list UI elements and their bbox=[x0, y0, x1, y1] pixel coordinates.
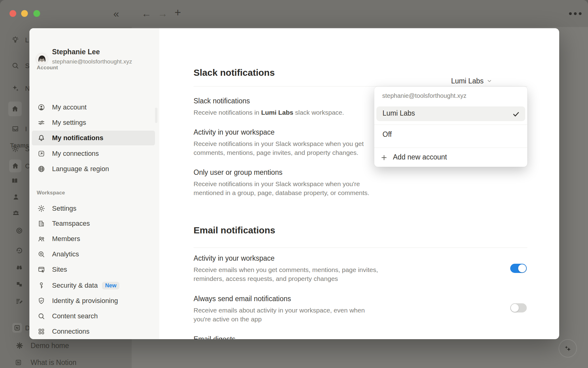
always-send-desc: Receive emails about activity in your wo… bbox=[194, 306, 365, 324]
sidebar-item-my-connections[interactable]: My connections bbox=[32, 146, 155, 161]
atom-flower-icon bbox=[16, 342, 24, 350]
select-value: Lumi Labs bbox=[451, 77, 484, 85]
option-label: Lumi Labs bbox=[383, 109, 415, 117]
chevron-down-icon bbox=[486, 78, 492, 84]
sidebar-scrollbar-thumb[interactable] bbox=[155, 108, 157, 123]
sidebar-item-analytics[interactable]: Analytics bbox=[32, 247, 155, 262]
sidebar-item-demo-home[interactable]: Demo home bbox=[31, 342, 69, 350]
desc-line: Receive notifications in your Slack work… bbox=[194, 139, 364, 148]
workspace-name: Lumi Labs bbox=[261, 109, 293, 116]
activity-workspace-desc: Receive notifications in your Slack work… bbox=[194, 139, 364, 157]
members-icon bbox=[37, 235, 45, 243]
sidebar-item-connections[interactable]: Connections bbox=[32, 324, 155, 339]
group-mentions-desc: Receive notifications in your Slack work… bbox=[194, 179, 369, 197]
sidebar-item-label: Sites bbox=[52, 266, 67, 274]
person-circle-icon bbox=[37, 103, 45, 111]
search-icon bbox=[11, 62, 19, 70]
history-icon bbox=[15, 247, 23, 255]
bell-icon bbox=[37, 134, 45, 142]
workspace-section-label: Workspace bbox=[37, 190, 65, 196]
email-activity-desc: Receive emails when you get comments, me… bbox=[194, 265, 378, 283]
sidebar-item-what-is-notion[interactable]: What is Notion bbox=[31, 358, 77, 367]
dropdown-option-off[interactable]: Off bbox=[383, 130, 392, 139]
sidebar-item-my-account[interactable]: My account bbox=[32, 100, 155, 115]
sidebar-item-identity-provisioning[interactable]: Identity & provisioning bbox=[32, 293, 155, 308]
teamspace-home-icon bbox=[11, 162, 19, 170]
browser-cursor-icon bbox=[37, 266, 45, 274]
sidebar-item-teamspaces[interactable]: Teamspaces bbox=[32, 216, 155, 231]
notion-ai-sparkles-icon bbox=[11, 84, 19, 92]
forward-icon[interactable]: → bbox=[158, 7, 168, 20]
desc-line: you're active on the app bbox=[194, 315, 365, 324]
always-send-toggle[interactable] bbox=[510, 303, 527, 312]
compose-icon bbox=[15, 297, 23, 305]
check-icon bbox=[512, 110, 520, 118]
desc-text: Receive notifications in bbox=[194, 109, 261, 116]
people-icon bbox=[12, 209, 20, 217]
desc-line: reminders, access requests, and property… bbox=[194, 274, 378, 283]
sidebar-item-settings[interactable]: Settings bbox=[32, 201, 155, 216]
rail-label-fragment: I bbox=[25, 125, 27, 133]
dropdown-divider bbox=[374, 148, 527, 148]
sidebar-item-label: Security & data bbox=[52, 282, 98, 289]
slack-workspace-select[interactable]: Lumi Labs bbox=[451, 76, 492, 86]
group-mentions-title: Only user or group mentions bbox=[194, 168, 282, 177]
more-menu-icon[interactable] bbox=[567, 11, 582, 16]
user-name: Stephanie Lee bbox=[52, 48, 100, 56]
avatar bbox=[36, 53, 48, 65]
sidebar-item-label: Settings bbox=[52, 205, 77, 213]
inbox-icon bbox=[11, 125, 19, 133]
sidebar-item-label: Content search bbox=[52, 312, 98, 320]
sidebar-item-label: Identity & provisioning bbox=[52, 297, 118, 305]
globe-icon bbox=[37, 165, 45, 173]
sidebar-item-sites[interactable]: Sites bbox=[32, 262, 155, 277]
notion-logo-icon bbox=[13, 324, 21, 332]
ai-sparkles-icon bbox=[563, 344, 572, 353]
email-notifications-heading: Email notifications bbox=[194, 225, 275, 236]
slack-workspace-dropdown: stephanie@toolsforthought.xyz Lumi Labs … bbox=[374, 86, 527, 167]
sidebar-item-language-region[interactable]: Language & region bbox=[32, 162, 155, 176]
zoom-window-button[interactable] bbox=[33, 10, 40, 17]
grid-icon bbox=[37, 328, 45, 335]
blocks-icon bbox=[15, 280, 23, 288]
plus-icon bbox=[380, 154, 388, 161]
new-tab-icon[interactable]: + bbox=[175, 6, 181, 19]
desc-line: Receive emails when you get comments, me… bbox=[194, 265, 378, 274]
dropdown-divider bbox=[374, 125, 527, 125]
new-badge: New bbox=[102, 282, 119, 289]
desc-line: Receive notifications in your Slack work… bbox=[194, 179, 369, 188]
home-icon bbox=[11, 105, 19, 113]
sidebar-item-label: Members bbox=[52, 235, 80, 243]
settings-sidebar: Account Stephanie Lee stephanie@toolsfor… bbox=[29, 28, 159, 339]
sidebar-item-content-search[interactable]: Content search bbox=[32, 309, 155, 324]
notion-logo-icon bbox=[15, 359, 22, 366]
settings-modal: Account Stephanie Lee stephanie@toolsfor… bbox=[29, 28, 559, 339]
building-icon bbox=[37, 220, 45, 228]
sidebar-item-label: My notifications bbox=[52, 134, 103, 142]
shield-check-icon bbox=[37, 297, 45, 305]
rail-label-fragment: L bbox=[25, 36, 29, 44]
slack-notifications-setting-desc: Receive notifications in Lumi Labs slack… bbox=[194, 108, 344, 117]
back-icon[interactable]: ← bbox=[141, 7, 151, 20]
close-window-button[interactable] bbox=[9, 10, 16, 17]
sidebar-item-label: Connections bbox=[52, 328, 89, 335]
account-section-label: Account bbox=[37, 65, 58, 71]
activity-workspace-title: Activity in your workspace bbox=[194, 128, 275, 137]
desc-line: mentioned in a group, page, database pro… bbox=[194, 188, 369, 197]
minimize-window-button[interactable] bbox=[21, 10, 28, 17]
email-activity-toggle[interactable] bbox=[510, 264, 527, 273]
sidebar-item-security-data[interactable]: Security & data New bbox=[32, 278, 155, 293]
sidebar-item-label: My settings bbox=[52, 119, 86, 127]
always-send-title: Always send email notifications bbox=[194, 294, 291, 303]
notion-ai-button[interactable] bbox=[559, 339, 577, 358]
desc-line: comments, mentions, page invites, and pr… bbox=[194, 148, 364, 157]
sidebar-item-members[interactable]: Members bbox=[32, 232, 155, 246]
sidebar-item-label: Analytics bbox=[52, 250, 79, 258]
sidebar-item-my-notifications[interactable]: My notifications bbox=[32, 131, 155, 145]
magnifier-icon bbox=[37, 312, 45, 320]
sidebar-item-my-settings[interactable]: My settings bbox=[32, 115, 155, 130]
key-icon bbox=[37, 282, 45, 289]
sidebar-collapse-icon[interactable]: « bbox=[113, 7, 119, 20]
dropdown-add-new-account[interactable]: Add new account bbox=[393, 153, 447, 161]
dropdown-option-lumi-labs[interactable]: Lumi Labs bbox=[376, 106, 525, 121]
